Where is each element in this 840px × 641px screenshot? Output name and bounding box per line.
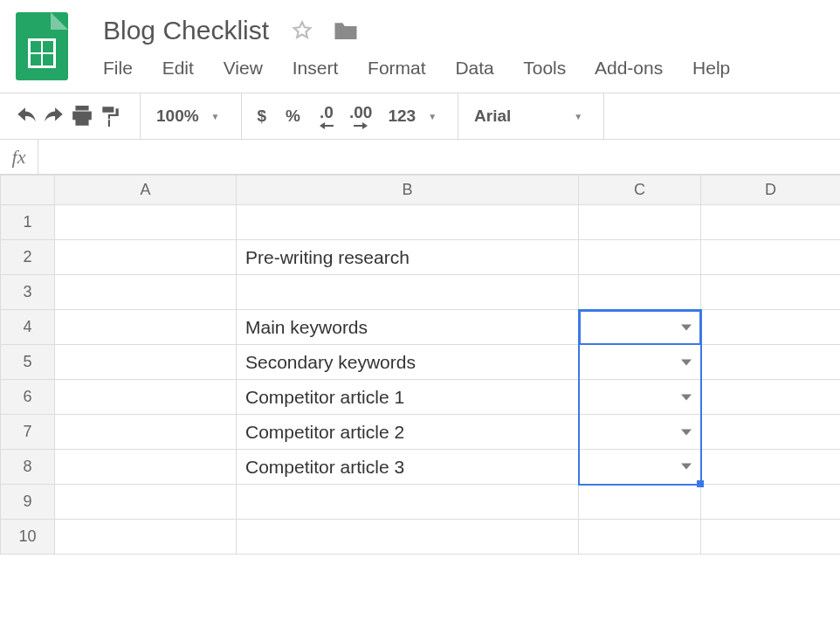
cell-A7[interactable] <box>55 415 237 450</box>
cell-C5-dropdown[interactable] <box>579 345 701 380</box>
cell-B9[interactable] <box>237 485 579 520</box>
fx-label: fx <box>0 140 38 175</box>
cell-C2[interactable] <box>579 240 701 275</box>
cell-D9[interactable] <box>701 485 841 520</box>
font-selector[interactable]: Arial <box>474 107 511 126</box>
cell-A3[interactable] <box>55 275 237 310</box>
cell-D2[interactable] <box>701 240 841 275</box>
cell-D8[interactable] <box>701 450 841 485</box>
cell-B2[interactable]: Pre-writing research <box>237 240 579 275</box>
number-format-button[interactable]: 123 <box>388 107 416 126</box>
row-header-10[interactable]: 10 <box>1 520 55 555</box>
menu-data[interactable]: Data <box>455 58 493 78</box>
arrow-left-icon <box>320 122 334 129</box>
percent-button[interactable]: % <box>286 107 300 126</box>
document-title[interactable]: Blog Checklist <box>103 16 269 45</box>
menu-file[interactable]: File <box>103 58 133 78</box>
spreadsheet-grid[interactable]: A B C D 1 2Pre-writing research 3 4 Main… <box>0 175 840 555</box>
cell-A1[interactable] <box>55 205 237 240</box>
cell-B4[interactable]: Main keywords <box>237 310 579 345</box>
chevron-down-icon: ▼ <box>574 112 582 121</box>
decrease-decimal-button[interactable]: .0 <box>320 103 334 129</box>
cell-B6[interactable]: Competitor article 1 <box>237 380 579 415</box>
select-all-corner[interactable] <box>1 176 55 205</box>
menu-help[interactable]: Help <box>692 58 730 78</box>
col-header-C[interactable]: C <box>579 176 701 205</box>
chevron-down-icon: ▼ <box>428 112 437 121</box>
row-header-6[interactable]: 6 <box>1 380 55 415</box>
cell-B8[interactable]: Competitor article 3 <box>237 450 579 485</box>
menu-insert[interactable]: Insert <box>293 58 339 78</box>
zoom-selector[interactable]: 100% <box>156 107 199 126</box>
col-header-B[interactable]: B <box>237 176 579 205</box>
print-icon[interactable] <box>68 102 96 130</box>
menu-format[interactable]: Format <box>368 58 426 78</box>
cell-A10[interactable] <box>55 520 237 555</box>
dropdown-arrow-icon <box>681 394 692 400</box>
cell-A2[interactable] <box>55 240 237 275</box>
cell-D6[interactable] <box>701 380 841 415</box>
cell-D4[interactable] <box>701 310 841 345</box>
menu-edit[interactable]: Edit <box>162 58 194 78</box>
dropdown-arrow-icon <box>681 359 692 365</box>
paint-format-icon[interactable] <box>96 102 124 130</box>
toolbar: 100% ▼ $ % .0 .00 123 ▼ Arial ▼ <box>0 93 840 139</box>
cell-C4-dropdown[interactable] <box>579 310 701 345</box>
row-header-7[interactable]: 7 <box>1 415 55 450</box>
cell-B10[interactable] <box>237 520 579 555</box>
sheets-logo[interactable] <box>16 12 68 80</box>
row-header-3[interactable]: 3 <box>1 275 55 310</box>
undo-icon[interactable] <box>12 102 40 130</box>
menu-view[interactable]: View <box>224 58 263 78</box>
row-header-4[interactable]: 4 <box>1 310 55 345</box>
cell-C1[interactable] <box>579 205 701 240</box>
dropdown-arrow-icon <box>681 324 692 330</box>
dropdown-arrow-icon <box>681 429 692 435</box>
cell-C7-dropdown[interactable] <box>579 415 701 450</box>
redo-icon[interactable] <box>40 102 68 130</box>
cell-C3[interactable] <box>579 275 701 310</box>
cell-D1[interactable] <box>701 205 841 240</box>
menu-addons[interactable]: Add-ons <box>595 58 663 78</box>
chevron-down-icon: ▼ <box>211 112 220 121</box>
row-header-9[interactable]: 9 <box>1 485 55 520</box>
menu-tools[interactable]: Tools <box>523 58 566 78</box>
dropdown-arrow-icon <box>681 464 692 470</box>
row-header-2[interactable]: 2 <box>1 240 55 275</box>
cell-B7[interactable]: Competitor article 2 <box>237 415 579 450</box>
increase-decimal-label: .00 <box>349 103 372 122</box>
cell-C8-dropdown[interactable] <box>579 450 701 485</box>
col-header-D[interactable]: D <box>701 176 841 205</box>
cell-D5[interactable] <box>701 345 841 380</box>
cell-D10[interactable] <box>701 520 841 555</box>
cell-D3[interactable] <box>701 275 841 310</box>
row-header-8[interactable]: 8 <box>1 450 55 485</box>
decrease-decimal-label: .0 <box>320 103 334 122</box>
cell-A5[interactable] <box>55 345 237 380</box>
row-header-5[interactable]: 5 <box>1 345 55 380</box>
star-outline-icon[interactable] <box>291 19 313 42</box>
row-header-1[interactable]: 1 <box>1 205 55 240</box>
cell-C9[interactable] <box>579 485 701 520</box>
folder-icon[interactable] <box>333 19 359 42</box>
currency-button[interactable]: $ <box>258 107 267 126</box>
cell-B3[interactable] <box>237 275 579 310</box>
arrow-right-icon <box>354 122 368 129</box>
selection-handle[interactable] <box>697 480 704 487</box>
increase-decimal-button[interactable]: .00 <box>349 103 372 129</box>
cell-A8[interactable] <box>55 450 237 485</box>
formula-bar: fx <box>0 140 840 175</box>
formula-input[interactable] <box>38 141 840 174</box>
col-header-A[interactable]: A <box>55 176 237 205</box>
cell-B5[interactable]: Secondary keywords <box>237 345 579 380</box>
cell-A4[interactable] <box>55 310 237 345</box>
cell-D7[interactable] <box>701 415 841 450</box>
cell-B1[interactable] <box>237 205 579 240</box>
cell-C10[interactable] <box>579 520 701 555</box>
cell-A9[interactable] <box>55 485 237 520</box>
cell-C6-dropdown[interactable] <box>579 380 701 415</box>
menu-bar: File Edit View Insert Format Data Tools … <box>103 58 754 79</box>
cell-A6[interactable] <box>55 380 237 415</box>
